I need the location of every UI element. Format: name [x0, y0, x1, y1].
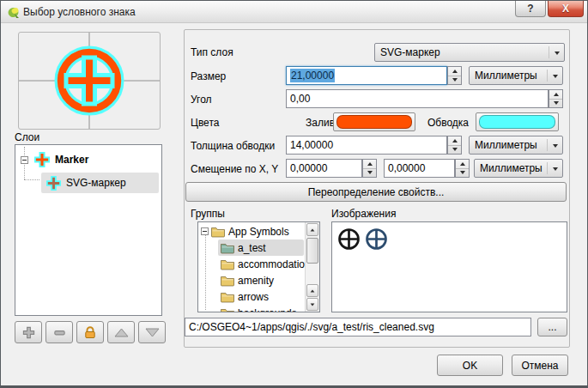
up-arrow-icon — [114, 328, 129, 337]
angle-value: 0,00 — [290, 93, 310, 105]
layers-label: Слои — [15, 131, 39, 143]
size-label: Размер — [191, 70, 226, 82]
svg-thumb-circle-plus-navy[interactable] — [364, 227, 389, 252]
groups-scrollbar[interactable] — [305, 222, 319, 312]
spin-down-icon[interactable] — [448, 145, 461, 155]
offset-label: Смещение по X, Y — [191, 163, 278, 175]
chevron-down-icon — [555, 52, 560, 55]
add-layer-button[interactable] — [15, 321, 42, 343]
spin-down-icon[interactable] — [363, 168, 376, 178]
size-input[interactable]: 21,00000 — [286, 66, 447, 85]
fill-color-button[interactable] — [333, 112, 415, 131]
cancel-button-label: Отмена — [521, 360, 558, 372]
size-spin-buttons[interactable] — [447, 66, 462, 85]
group-item-root[interactable]: App Symbols — [198, 223, 319, 239]
offset-unit-value: Миллиметры — [480, 162, 543, 174]
svg-path-input[interactable]: C:/OSGEO4~1/apps/qgis/./svg/a_test/ris_c… — [185, 318, 531, 336]
group-item-a-test[interactable]: a_test — [198, 239, 319, 256]
size-value: 21,00000 — [290, 69, 335, 82]
group-item-label: backgrounds — [238, 307, 297, 313]
layer-tree: Marker SVG-маркер — [15, 144, 162, 316]
marker-symbol-icon — [34, 152, 50, 167]
folder-icon — [221, 307, 234, 313]
layer-type-label: Тип слоя — [191, 46, 233, 58]
spin-down-icon[interactable] — [448, 76, 461, 85]
close-icon: X — [562, 3, 569, 15]
spin-up-icon[interactable] — [456, 160, 469, 168]
stroke-width-label: Толщина обводки — [191, 140, 275, 152]
group-item-label: App Symbols — [228, 226, 289, 238]
stroke-color-label: Обводка — [427, 117, 469, 129]
angle-spin-buttons[interactable] — [549, 89, 563, 108]
scroll-up-button[interactable] — [306, 223, 318, 236]
spin-up-icon[interactable] — [363, 160, 376, 168]
move-layer-up-button[interactable] — [107, 321, 135, 343]
layer-tree-item-svg-marker[interactable]: SVG-маркер — [15, 173, 161, 193]
offset-unit-combo[interactable]: Миллиметры — [474, 159, 563, 178]
offset-y-input[interactable]: 0,00000 — [384, 159, 455, 178]
chevron-down-icon — [553, 167, 558, 171]
offset-x-value: 0,00000 — [290, 162, 327, 174]
size-unit-combo[interactable]: Миллиметры — [469, 66, 563, 85]
stroke-width-unit-combo[interactable]: Миллиметры — [469, 136, 563, 155]
layer-tree-item-marker[interactable]: Marker — [15, 149, 161, 171]
folder-icon — [221, 242, 234, 254]
move-layer-down-button[interactable] — [138, 321, 166, 343]
scrollbar-thumb[interactable] — [306, 238, 318, 264]
collapse-expander-icon[interactable] — [21, 156, 28, 164]
chevron-down-icon — [553, 144, 558, 148]
images-list — [331, 221, 567, 312]
symbol-preview — [18, 32, 161, 130]
stroke-color-button[interactable] — [476, 112, 559, 131]
ellipsis-icon: ... — [548, 321, 556, 333]
spin-down-icon[interactable] — [456, 168, 469, 178]
window-title: Выбор условного знака — [23, 6, 136, 18]
lock-icon — [83, 325, 97, 339]
stroke-width-unit-value: Миллиметры — [475, 139, 537, 151]
layer-tree-item-label: Marker — [55, 154, 88, 166]
group-item-amenity[interactable]: amenity — [198, 272, 319, 288]
data-defined-properties-button[interactable]: Переопределение свойств... — [185, 182, 567, 202]
collapse-expander-icon[interactable] — [201, 227, 209, 235]
plus-icon — [22, 326, 35, 339]
group-item-accommodation[interactable]: accommodation — [198, 256, 319, 272]
group-item-label: arrows — [238, 291, 269, 303]
folder-icon — [221, 275, 234, 287]
lock-layer-button[interactable] — [76, 321, 104, 343]
offset-x-spin-buttons[interactable] — [362, 159, 377, 178]
scroll-down-button[interactable] — [306, 298, 318, 311]
group-item-label: a_test — [238, 242, 266, 254]
preview-symbol-icon — [46, 38, 132, 124]
cancel-button[interactable]: Отмена — [512, 355, 568, 376]
ok-button[interactable]: OK — [437, 355, 503, 376]
svg-thumb-circle-plus-black[interactable] — [336, 227, 361, 252]
browse-svg-button[interactable]: ... — [537, 318, 567, 336]
spin-up-icon[interactable] — [549, 90, 562, 99]
qgis-logo-icon — [7, 5, 21, 19]
title-bar[interactable]: Выбор условного знака ? X — [1, 1, 587, 23]
svg-path-value: C:/OSGEO4~1/apps/qgis/./svg/a_test/ris_c… — [189, 321, 434, 333]
group-item-backgrounds[interactable]: backgrounds — [198, 305, 319, 312]
stroke-width-spin-buttons[interactable] — [447, 136, 462, 155]
group-item-arrows[interactable]: arrows — [198, 288, 319, 305]
offset-x-input[interactable]: 0,00000 — [286, 159, 362, 178]
data-defined-properties-label: Переопределение свойств... — [308, 186, 445, 198]
stroke-width-input[interactable]: 14,00000 — [286, 136, 447, 155]
spin-up-icon[interactable] — [448, 136, 461, 145]
layer-tree-item-label: SVG-маркер — [66, 177, 126, 189]
stroke-width-value: 14,00000 — [290, 139, 333, 151]
offset-y-spin-buttons[interactable] — [455, 159, 470, 178]
folder-icon — [221, 258, 234, 270]
stroke-color-swatch — [479, 115, 555, 129]
scroll-up-button-2[interactable] — [306, 284, 318, 297]
spin-up-icon[interactable] — [448, 67, 461, 76]
ok-button-label: OK — [463, 360, 477, 372]
symbol-selector-dialog: Выбор условного знака ? X Слои Marker SV… — [0, 0, 588, 388]
angle-input[interactable]: 0,00 — [286, 89, 549, 108]
layer-type-combo[interactable]: SVG-маркер — [374, 43, 565, 62]
help-button[interactable]: ? — [515, 1, 546, 17]
spin-down-icon[interactable] — [549, 99, 562, 108]
close-button[interactable]: X — [548, 1, 584, 17]
layer-type-value: SVG-маркер — [380, 46, 440, 58]
remove-layer-button[interactable] — [45, 321, 73, 343]
